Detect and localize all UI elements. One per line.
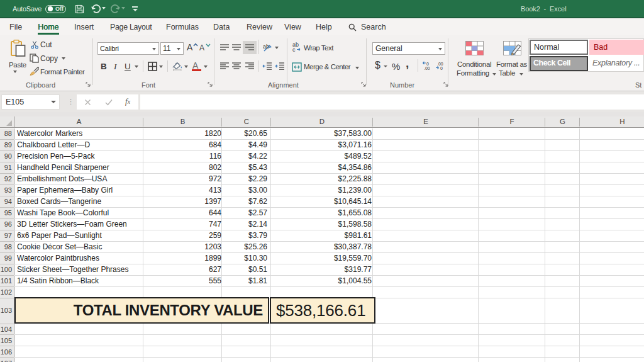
- svg-text:.00: .00: [437, 62, 443, 66]
- svg-text:0: 0: [426, 62, 429, 66]
- svg-text:c: c: [292, 47, 296, 52]
- svg-text:.00: .00: [424, 66, 430, 71]
- svg-text:ab: ab: [263, 43, 269, 50]
- svg-text:0: 0: [440, 66, 443, 71]
